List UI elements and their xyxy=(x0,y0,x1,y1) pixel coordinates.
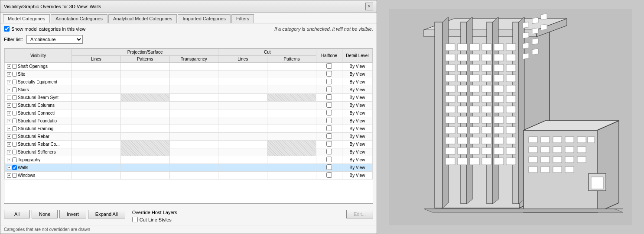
th-proj-patterns: Patterns xyxy=(120,56,169,63)
svg-rect-85 xyxy=(494,158,504,165)
svg-rect-32 xyxy=(506,64,516,71)
halftone-checkbox-13[interactable] xyxy=(326,164,332,170)
filter-select[interactable]: Architecture Structure Mechanical Electr… xyxy=(26,35,83,44)
svg-rect-39 xyxy=(446,85,455,92)
row-checkbox-14[interactable] xyxy=(12,173,17,178)
row-checkbox-4[interactable] xyxy=(12,95,17,100)
svg-rect-62 xyxy=(506,116,516,123)
row-checkbox-5[interactable] xyxy=(12,103,17,108)
halftone-checkbox-11[interactable] xyxy=(326,149,332,154)
expand-btn[interactable]: + xyxy=(7,135,11,139)
table-row: + Walls By View xyxy=(5,164,373,172)
svg-rect-46 xyxy=(458,96,467,103)
expand-btn[interactable]: + xyxy=(7,142,11,147)
halftone-checkbox-4[interactable] xyxy=(326,94,332,100)
svg-rect-87 xyxy=(523,22,529,28)
svg-rect-51 xyxy=(446,106,455,113)
svg-rect-77 xyxy=(470,147,479,154)
svg-rect-80 xyxy=(506,147,516,154)
svg-rect-110 xyxy=(577,147,586,153)
svg-rect-86 xyxy=(506,158,516,165)
expand-btn[interactable]: + xyxy=(7,72,11,77)
expand-btn[interactable]: + xyxy=(7,119,11,123)
tab-annotation-categories[interactable]: Annotation Categories xyxy=(51,14,107,23)
tab-imported-categories[interactable]: Imported Categories xyxy=(178,14,231,23)
row-checkbox-2[interactable] xyxy=(12,80,17,84)
halftone-checkbox-0[interactable] xyxy=(326,63,332,69)
hint-text: If a category is unchecked, it will not … xyxy=(274,26,373,32)
expand-btn[interactable]: + xyxy=(7,166,11,170)
halftone-checkbox-5[interactable] xyxy=(326,102,332,108)
svg-rect-22 xyxy=(458,54,467,61)
edit-button[interactable]: Edit... xyxy=(346,210,373,218)
svg-rect-78 xyxy=(482,147,491,154)
halftone-checkbox-14[interactable] xyxy=(326,172,332,178)
row-checkbox-13[interactable] xyxy=(12,165,17,170)
row-checkbox-10[interactable] xyxy=(12,142,17,147)
svg-rect-96 xyxy=(532,48,538,54)
svg-rect-103 xyxy=(565,137,574,143)
halftone-checkbox-6[interactable] xyxy=(326,110,332,115)
toolbar-row: Show model categories in this view If a … xyxy=(0,23,377,34)
svg-rect-76 xyxy=(458,147,467,154)
svg-rect-31 xyxy=(494,64,504,71)
expand-btn[interactable]: + xyxy=(7,127,11,131)
invert-button[interactable]: Invert xyxy=(59,210,86,218)
tab-model-categories[interactable]: Model Categories xyxy=(3,14,50,23)
svg-rect-55 xyxy=(494,106,504,113)
halftone-checkbox-1[interactable] xyxy=(326,71,332,77)
row-checkbox-8[interactable] xyxy=(12,126,17,131)
tab-filters[interactable]: Filters xyxy=(231,14,254,23)
halftone-checkbox-10[interactable] xyxy=(326,141,332,147)
cut-line-styles-label[interactable]: Cut Line Styles xyxy=(132,217,177,222)
show-model-categories-checkbox[interactable] xyxy=(4,26,10,32)
expand-all-button[interactable]: Expand All xyxy=(88,210,125,218)
halftone-checkbox-2[interactable] xyxy=(326,79,332,84)
expand-btn[interactable]: + xyxy=(7,111,11,115)
row-checkbox-6[interactable] xyxy=(12,111,17,115)
table-row: + Structural Connecti By View xyxy=(5,109,373,117)
all-button[interactable]: All xyxy=(4,210,30,218)
row-checkbox-11[interactable] xyxy=(12,150,17,154)
expand-btn[interactable]: + xyxy=(7,64,11,69)
expand-btn[interactable]: + xyxy=(7,80,11,84)
close-button[interactable]: × xyxy=(365,3,373,10)
svg-rect-63 xyxy=(446,127,455,134)
halftone-checkbox-3[interactable] xyxy=(326,87,332,92)
th-detail-level: Detail Level xyxy=(342,49,373,63)
row-checkbox-9[interactable] xyxy=(12,134,17,139)
row-checkbox-7[interactable] xyxy=(12,119,17,123)
table-row: Structural Beam Syst By View xyxy=(5,94,373,102)
row-checkbox-0[interactable] xyxy=(12,64,17,69)
svg-rect-28 xyxy=(458,64,467,71)
th-visibility: Visibility xyxy=(5,49,72,63)
tab-analytical-model-categories[interactable]: Analytical Model Categories xyxy=(108,14,177,23)
halftone-checkbox-12[interactable] xyxy=(326,157,332,162)
none-button[interactable]: None xyxy=(32,210,58,218)
svg-rect-67 xyxy=(494,127,504,134)
expand-btn[interactable]: + xyxy=(7,173,11,178)
expand-btn[interactable] xyxy=(7,96,11,100)
row-checkbox-12[interactable] xyxy=(12,157,17,162)
svg-rect-72 xyxy=(482,137,491,144)
show-model-categories-label[interactable]: Show model categories in this view xyxy=(4,26,85,32)
halftone-checkbox-7[interactable] xyxy=(326,118,332,123)
svg-marker-123 xyxy=(424,209,623,212)
svg-rect-18 xyxy=(482,44,491,51)
expand-btn[interactable]: + xyxy=(7,150,11,154)
halftone-checkbox-8[interactable] xyxy=(326,125,332,131)
building-preview-svg xyxy=(389,9,632,225)
category-table-container[interactable]: Visibility Projection/Surface Cut Halfto… xyxy=(4,48,373,204)
3d-preview-panel xyxy=(377,0,644,234)
expand-btn[interactable]: + xyxy=(7,103,11,108)
expand-btn[interactable]: + xyxy=(7,88,11,92)
svg-rect-36 xyxy=(482,75,491,82)
category-table: Visibility Projection/Surface Cut Halfto… xyxy=(4,48,373,180)
row-checkbox-3[interactable] xyxy=(12,87,17,92)
expand-btn[interactable]: + xyxy=(7,158,11,162)
row-checkbox-1[interactable] xyxy=(12,72,17,77)
cut-line-styles-checkbox[interactable] xyxy=(132,217,138,222)
halftone-checkbox-9[interactable] xyxy=(326,133,332,139)
svg-rect-47 xyxy=(470,96,479,103)
svg-rect-29 xyxy=(470,64,479,71)
